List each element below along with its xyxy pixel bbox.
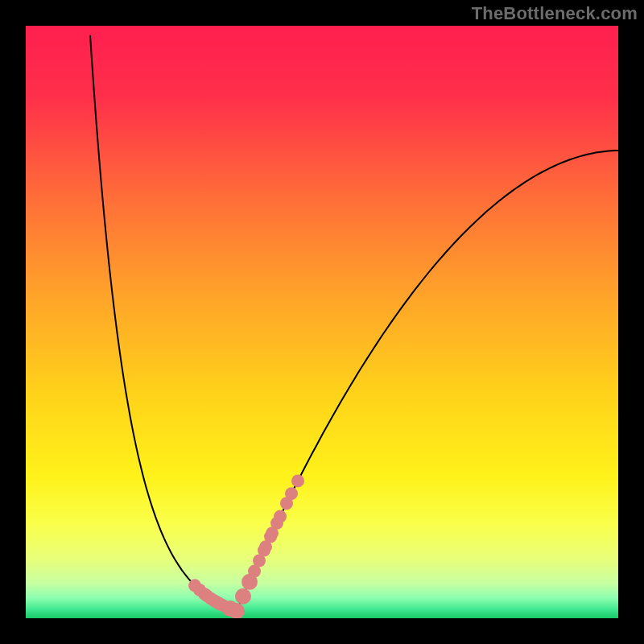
- marker-dot: [274, 510, 287, 523]
- marker-dot: [285, 487, 298, 500]
- marker-dot: [291, 474, 304, 487]
- frame: TheBottleneck.com: [0, 0, 644, 644]
- marker-group: [188, 474, 304, 618]
- watermark-text: TheBottleneck.com: [472, 3, 638, 24]
- marker-dot: [235, 588, 251, 605]
- plot-area: [26, 26, 618, 618]
- curve-layer: [26, 26, 618, 618]
- bottleneck-curve: [90, 35, 618, 611]
